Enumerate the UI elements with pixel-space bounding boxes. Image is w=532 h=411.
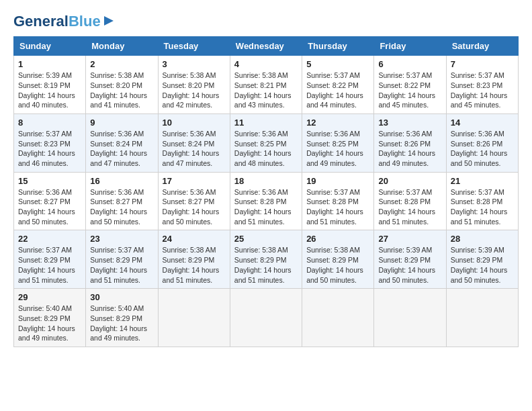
calendar-cell: 18 Sunrise: 5:36 AM Sunset: 8:28 PM Dayl…	[230, 172, 302, 230]
day-info: Sunrise: 5:40 AM Sunset: 8:29 PM Dayligh…	[18, 304, 81, 343]
day-info: Sunrise: 5:40 AM Sunset: 8:29 PM Dayligh…	[90, 304, 153, 343]
calendar-cell: 25 Sunrise: 5:38 AM Sunset: 8:29 PM Dayl…	[230, 230, 302, 289]
calendar-cell: 30 Sunrise: 5:40 AM Sunset: 8:29 PM Dayl…	[86, 289, 158, 347]
day-info: Sunrise: 5:38 AM Sunset: 8:20 PM Dayligh…	[90, 71, 153, 110]
day-number: 21	[451, 176, 514, 186]
day-number: 26	[306, 234, 369, 244]
calendar-cell: 2 Sunrise: 5:38 AM Sunset: 8:20 PM Dayli…	[86, 56, 158, 114]
day-number: 4	[234, 59, 298, 69]
calendar-week-row: 1 Sunrise: 5:39 AM Sunset: 8:19 PM Dayli…	[14, 56, 519, 114]
day-number: 20	[378, 176, 441, 186]
day-number: 8	[18, 118, 81, 128]
column-header-friday: Friday	[374, 37, 446, 56]
day-info: Sunrise: 5:37 AM Sunset: 8:23 PM Dayligh…	[18, 129, 81, 169]
day-info: Sunrise: 5:36 AM Sunset: 8:27 PM Dayligh…	[90, 187, 153, 227]
calendar-cell: 17 Sunrise: 5:36 AM Sunset: 8:27 PM Dayl…	[158, 172, 230, 230]
calendar-cell: 26 Sunrise: 5:38 AM Sunset: 8:29 PM Dayl…	[302, 230, 374, 289]
day-info: Sunrise: 5:37 AM Sunset: 8:28 PM Dayligh…	[306, 187, 369, 227]
day-number: 18	[234, 176, 298, 186]
calendar-cell: 8 Sunrise: 5:37 AM Sunset: 8:23 PM Dayli…	[14, 113, 86, 172]
day-number: 1	[18, 59, 81, 69]
calendar-header-row: SundayMondayTuesdayWednesdayThursdayFrid…	[14, 37, 519, 56]
calendar-cell: 4 Sunrise: 5:38 AM Sunset: 8:21 PM Dayli…	[230, 56, 302, 114]
day-info: Sunrise: 5:36 AM Sunset: 8:24 PM Dayligh…	[163, 129, 226, 169]
day-number: 7	[451, 59, 514, 69]
calendar-cell: 3 Sunrise: 5:38 AM Sunset: 8:20 PM Dayli…	[158, 56, 230, 114]
day-info: Sunrise: 5:36 AM Sunset: 8:27 PM Dayligh…	[163, 187, 226, 227]
day-number: 11	[234, 118, 298, 128]
calendar-cell: 24 Sunrise: 5:38 AM Sunset: 8:29 PM Dayl…	[158, 230, 230, 289]
day-info: Sunrise: 5:37 AM Sunset: 8:29 PM Dayligh…	[18, 245, 81, 285]
calendar-cell: 7 Sunrise: 5:37 AM Sunset: 8:23 PM Dayli…	[446, 56, 518, 114]
day-number: 10	[163, 118, 226, 128]
calendar-cell: 6 Sunrise: 5:37 AM Sunset: 8:22 PM Dayli…	[374, 56, 446, 114]
day-number: 25	[234, 234, 298, 244]
calendar-cell: 15 Sunrise: 5:36 AM Sunset: 8:27 PM Dayl…	[14, 172, 86, 230]
day-info: Sunrise: 5:37 AM Sunset: 8:22 PM Dayligh…	[378, 71, 441, 110]
day-number: 24	[163, 234, 226, 244]
column-header-thursday: Thursday	[302, 37, 374, 56]
day-number: 29	[18, 292, 81, 302]
calendar-cell: 28 Sunrise: 5:39 AM Sunset: 8:29 PM Dayl…	[446, 230, 518, 289]
day-info: Sunrise: 5:36 AM Sunset: 8:26 PM Dayligh…	[378, 129, 441, 169]
day-number: 14	[451, 118, 514, 128]
day-info: Sunrise: 5:38 AM Sunset: 8:29 PM Dayligh…	[306, 245, 369, 285]
day-number: 6	[378, 59, 441, 69]
day-info: Sunrise: 5:37 AM Sunset: 8:29 PM Dayligh…	[90, 245, 153, 285]
day-number: 12	[306, 118, 369, 128]
day-number: 23	[90, 234, 153, 244]
day-info: Sunrise: 5:38 AM Sunset: 8:20 PM Dayligh…	[163, 71, 226, 110]
calendar-week-row: 15 Sunrise: 5:36 AM Sunset: 8:27 PM Dayl…	[14, 172, 519, 230]
day-number: 15	[18, 176, 81, 186]
calendar-cell: 13 Sunrise: 5:36 AM Sunset: 8:26 PM Dayl…	[374, 113, 446, 172]
day-info: Sunrise: 5:37 AM Sunset: 8:23 PM Dayligh…	[451, 71, 514, 110]
day-number: 22	[18, 234, 81, 244]
calendar-week-row: 22 Sunrise: 5:37 AM Sunset: 8:29 PM Dayl…	[14, 230, 519, 289]
calendar-cell: 23 Sunrise: 5:37 AM Sunset: 8:29 PM Dayl…	[86, 230, 158, 289]
column-header-sunday: Sunday	[14, 37, 86, 56]
calendar-week-row: 8 Sunrise: 5:37 AM Sunset: 8:23 PM Dayli…	[14, 113, 519, 172]
day-number: 27	[378, 234, 441, 244]
day-number: 30	[90, 292, 153, 302]
calendar-cell	[230, 289, 302, 347]
day-info: Sunrise: 5:39 AM Sunset: 8:29 PM Dayligh…	[451, 245, 514, 285]
calendar-cell	[446, 289, 518, 347]
calendar-cell: 29 Sunrise: 5:40 AM Sunset: 8:29 PM Dayl…	[14, 289, 86, 347]
calendar-cell: 12 Sunrise: 5:36 AM Sunset: 8:25 PM Dayl…	[302, 113, 374, 172]
column-header-saturday: Saturday	[446, 37, 518, 56]
calendar-cell	[374, 289, 446, 347]
day-info: Sunrise: 5:36 AM Sunset: 8:24 PM Dayligh…	[90, 129, 153, 169]
calendar-cell: 20 Sunrise: 5:37 AM Sunset: 8:28 PM Dayl…	[374, 172, 446, 230]
calendar-cell: 9 Sunrise: 5:36 AM Sunset: 8:24 PM Dayli…	[86, 113, 158, 172]
day-info: Sunrise: 5:36 AM Sunset: 8:25 PM Dayligh…	[306, 129, 369, 169]
svg-marker-0	[104, 16, 114, 26]
logo-text: GeneralBlue	[13, 13, 101, 30]
calendar-cell: 16 Sunrise: 5:36 AM Sunset: 8:27 PM Dayl…	[86, 172, 158, 230]
day-info: Sunrise: 5:36 AM Sunset: 8:26 PM Dayligh…	[451, 129, 514, 169]
calendar-cell	[302, 289, 374, 347]
column-header-tuesday: Tuesday	[158, 37, 230, 56]
calendar-cell: 5 Sunrise: 5:37 AM Sunset: 8:22 PM Dayli…	[302, 56, 374, 114]
calendar-cell: 27 Sunrise: 5:39 AM Sunset: 8:29 PM Dayl…	[374, 230, 446, 289]
day-info: Sunrise: 5:39 AM Sunset: 8:19 PM Dayligh…	[18, 71, 81, 110]
calendar-cell: 11 Sunrise: 5:36 AM Sunset: 8:25 PM Dayl…	[230, 113, 302, 172]
day-info: Sunrise: 5:39 AM Sunset: 8:29 PM Dayligh…	[378, 245, 441, 285]
day-info: Sunrise: 5:38 AM Sunset: 8:29 PM Dayligh…	[234, 245, 298, 285]
day-info: Sunrise: 5:37 AM Sunset: 8:22 PM Dayligh…	[306, 71, 369, 110]
day-number: 13	[378, 118, 441, 128]
day-info: Sunrise: 5:36 AM Sunset: 8:27 PM Dayligh…	[18, 187, 81, 227]
calendar-cell: 14 Sunrise: 5:36 AM Sunset: 8:26 PM Dayl…	[446, 113, 518, 172]
day-info: Sunrise: 5:38 AM Sunset: 8:21 PM Dayligh…	[234, 71, 298, 110]
calendar-cell: 19 Sunrise: 5:37 AM Sunset: 8:28 PM Dayl…	[302, 172, 374, 230]
day-info: Sunrise: 5:36 AM Sunset: 8:28 PM Dayligh…	[234, 187, 298, 227]
column-header-monday: Monday	[86, 37, 158, 56]
day-number: 28	[451, 234, 514, 244]
day-info: Sunrise: 5:38 AM Sunset: 8:29 PM Dayligh…	[163, 245, 226, 285]
page-header: GeneralBlue	[13, 13, 519, 30]
day-number: 3	[163, 59, 226, 69]
day-number: 5	[306, 59, 369, 69]
calendar-cell: 21 Sunrise: 5:37 AM Sunset: 8:28 PM Dayl…	[446, 172, 518, 230]
logo-arrow-icon	[103, 15, 115, 27]
day-info: Sunrise: 5:37 AM Sunset: 8:28 PM Dayligh…	[451, 187, 514, 227]
column-header-wednesday: Wednesday	[230, 37, 302, 56]
